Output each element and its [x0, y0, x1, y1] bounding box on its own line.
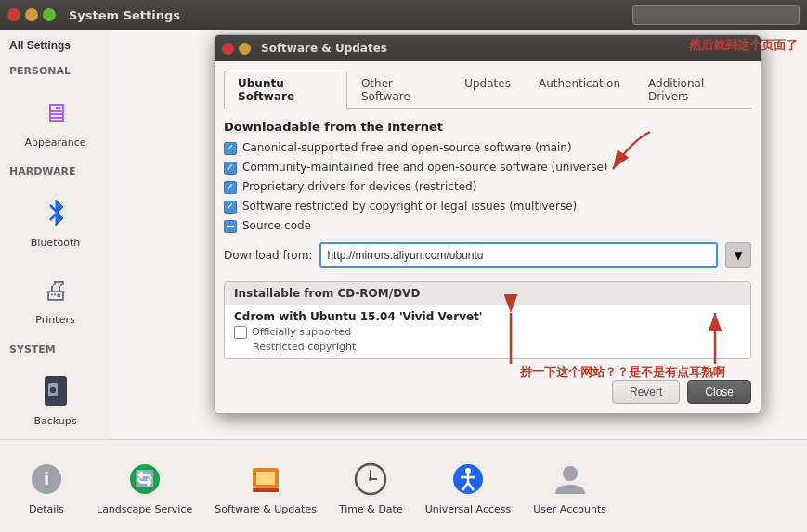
svg-point-2	[49, 386, 57, 394]
svg-point-19	[465, 468, 471, 474]
appearance-icon: 🖥	[33, 90, 78, 135]
tab-authentication[interactable]: Authentication	[525, 71, 634, 109]
bottom-item-universal-access[interactable]: Universal Access	[416, 449, 521, 523]
cdrom-item-sub2: Restricted copyright	[234, 341, 741, 353]
bottom-item-software-updates[interactable]: Software & Updates	[205, 449, 326, 523]
sidebar-section-personal: Personal	[0, 58, 111, 81]
software-updates-icon	[243, 457, 288, 501]
system-settings-window: System Settings All Settings Personal 🖥 …	[0, 0, 807, 532]
annotation-text2: 拼一下这个网站？？是不是有点耳熟啊	[520, 364, 725, 381]
dialog-title: Software & Updates	[261, 42, 387, 55]
main-content: All Settings Personal 🖥 Appearance Hardw…	[0, 30, 807, 439]
bottom-item-software-label: Software & Updates	[215, 503, 317, 515]
bottom-item-user-accounts-label: User Accounts	[533, 503, 606, 515]
cdrom-supported-label: Officially supported	[252, 326, 351, 338]
checkbox-community-label: Community-maintained free and open-sourc…	[242, 161, 607, 174]
landscape-icon: 🔄	[123, 457, 167, 501]
titlebar: System Settings	[0, 0, 807, 30]
dialog-body: Ubuntu Software Other Software Updates A…	[215, 61, 761, 413]
checkbox-source-input[interactable]	[224, 220, 237, 233]
annotation-text1: 然后就到这个页面了	[689, 37, 798, 54]
checkbox-canonical-input[interactable]	[224, 142, 237, 155]
downloadable-section-title: Downloadable from the Internet	[224, 120, 751, 134]
sidebar-item-backups-label: Backups	[33, 415, 76, 427]
revert-button[interactable]: Revert	[612, 380, 680, 404]
software-updates-dialog: Software & Updates Ubuntu Software Other…	[214, 34, 761, 414]
tab-ubuntu-software[interactable]: Ubuntu Software	[224, 71, 347, 109]
tab-additional-drivers[interactable]: Additional Drivers	[634, 71, 751, 109]
sidebar-section-hardware: Hardware	[0, 158, 111, 181]
download-from-label: Download from:	[224, 249, 312, 262]
sidebar-item-bluetooth[interactable]: Bluetooth	[4, 183, 107, 256]
checkbox-canonical-label: Canonical-supported free and open-source…	[242, 141, 572, 154]
sidebar-item-printers[interactable]: 🖨 Printers	[4, 260, 107, 333]
tab-updates[interactable]: Updates	[450, 71, 525, 109]
svg-point-17	[369, 477, 372, 481]
dialog-minimize-button[interactable]	[239, 43, 251, 55]
checkbox-community: Community-maintained free and open-sourc…	[224, 161, 751, 175]
main-area: Software & Updates Ubuntu Software Other…	[111, 30, 807, 439]
sidebar-section-system: System	[0, 336, 111, 359]
titlebar-close-button[interactable]	[7, 8, 20, 21]
cdrom-item-sub1: Officially supported	[234, 325, 741, 339]
download-from-dropdown[interactable]: ▼	[725, 242, 751, 268]
bottom-item-details[interactable]: i Details	[9, 449, 84, 523]
sidebar: All Settings Personal 🖥 Appearance Hardw…	[0, 30, 111, 439]
cdrom-section: Installable from CD-ROM/DVD Cdrom with U…	[224, 281, 751, 359]
cdrom-checkbox[interactable]	[234, 326, 247, 339]
checkbox-canonical: Canonical-supported free and open-source…	[224, 141, 751, 155]
bottom-bar: i Details 🔄 Landscape Service	[0, 439, 807, 532]
tab-other-software[interactable]: Other Software	[347, 71, 450, 109]
all-settings-button[interactable]: All Settings	[0, 33, 111, 58]
sidebar-item-bluetooth-label: Bluetooth	[31, 237, 80, 249]
svg-text:🔄: 🔄	[135, 469, 156, 489]
details-icon: i	[24, 457, 69, 501]
bottom-item-details-label: Details	[29, 503, 64, 515]
checkbox-restricted: Software restricted by copyright or lega…	[224, 200, 751, 214]
dialog-close-button[interactable]	[222, 43, 234, 55]
printers-icon: 🖨	[33, 267, 78, 312]
cdrom-copyright-label: Restricted copyright	[253, 341, 356, 353]
dialog-titlebar: Software & Updates	[215, 35, 761, 61]
download-from-row: Download from: ▼	[224, 242, 751, 268]
checkbox-source-label: Source code	[242, 219, 311, 232]
checkbox-proprietary-input[interactable]	[224, 181, 237, 194]
download-from-input[interactable]	[319, 242, 718, 268]
sidebar-item-appearance[interactable]: 🖥 Appearance	[4, 83, 107, 156]
search-input[interactable]	[632, 5, 800, 25]
svg-point-24	[563, 466, 578, 481]
checkbox-community-input[interactable]	[224, 162, 237, 175]
tab-bar: Ubuntu Software Other Software Updates A…	[224, 71, 751, 109]
universal-access-icon	[446, 457, 490, 501]
bottom-item-user-accounts[interactable]: User Accounts	[524, 449, 616, 523]
sidebar-item-printers-label: Printers	[35, 314, 74, 326]
backups-icon	[33, 369, 78, 413]
svg-text:i: i	[44, 469, 49, 488]
titlebar-controls	[7, 8, 56, 21]
titlebar-maximize-button[interactable]	[43, 8, 56, 21]
svg-rect-13	[253, 488, 279, 492]
user-accounts-icon	[548, 457, 592, 501]
checkbox-proprietary-label: Proprietary drivers for devices (restric…	[242, 180, 476, 193]
sidebar-item-backups[interactable]: Backups	[4, 361, 107, 435]
bottom-item-time-label: Time & Date	[339, 503, 403, 515]
svg-rect-12	[256, 472, 275, 485]
cdrom-item-title: Cdrom with Ubuntu 15.04 'Vivid Vervet'	[234, 310, 741, 323]
bottom-item-landscape-label: Landscape Service	[97, 503, 192, 515]
bottom-item-time-date[interactable]: Time & Date	[330, 449, 412, 523]
bottom-item-landscape[interactable]: 🔄 Landscape Service	[87, 449, 202, 523]
time-date-icon	[348, 457, 393, 501]
cdrom-section-title: Installable from CD-ROM/DVD	[225, 282, 750, 305]
checkbox-proprietary: Proprietary drivers for devices (restric…	[224, 180, 751, 194]
sidebar-item-appearance-label: Appearance	[24, 136, 85, 149]
titlebar-title: System Settings	[69, 8, 180, 22]
checkbox-restricted-label: Software restricted by copyright or lega…	[242, 200, 577, 213]
close-button[interactable]: Close	[687, 380, 751, 404]
cdrom-item: Cdrom with Ubuntu 15.04 'Vivid Vervet' O…	[225, 305, 750, 358]
checkbox-restricted-input[interactable]	[224, 201, 237, 214]
checkbox-source: Source code	[224, 219, 751, 233]
bottom-item-universal-label: Universal Access	[425, 503, 512, 515]
bluetooth-icon	[33, 190, 78, 235]
titlebar-minimize-button[interactable]	[25, 8, 38, 21]
